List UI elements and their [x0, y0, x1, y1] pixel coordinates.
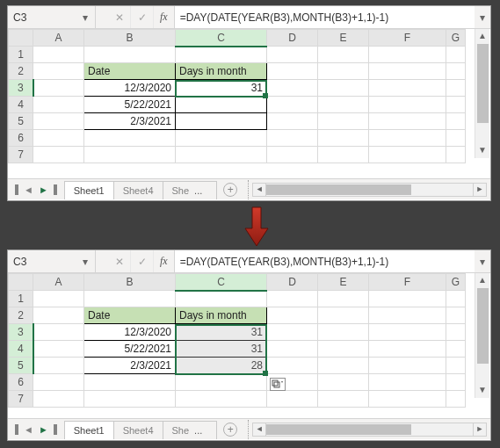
- sheet-tab[interactable]: Sheet4: [113, 421, 163, 439]
- cell[interactable]: Days in month: [176, 63, 267, 80]
- horizontal-scrollbar[interactable]: ◄ ►: [252, 183, 490, 197]
- cell-reference-input[interactable]: [8, 8, 76, 27]
- new-sheet-button[interactable]: +: [223, 423, 237, 437]
- sheet-tab-bar: ◄ ► Sheet1 Sheet4 She... + ◄ ►: [8, 418, 490, 439]
- excel-panel-after: ▾ ✕ ✓ fx ▾ A B C D E F G 1 2 Date Days i…: [7, 249, 491, 441]
- formula-bar: ▾ ✕ ✓ fx ▾: [8, 6, 490, 29]
- row-header[interactable]: 7: [9, 147, 33, 163]
- select-all-corner[interactable]: [9, 30, 33, 47]
- name-box[interactable]: ▾: [8, 250, 96, 272]
- scroll-down-icon[interactable]: ▼: [475, 143, 489, 158]
- row-header[interactable]: 4: [9, 97, 33, 113]
- col-header-c[interactable]: C: [176, 30, 267, 47]
- col-header-f[interactable]: F: [369, 30, 446, 47]
- cell[interactable]: Date: [84, 307, 176, 324]
- excel-panel-before: ▾ ✕ ✓ fx ▾ A B C D E F G 1 2 Date Days i…: [7, 5, 491, 201]
- row-header[interactable]: 2: [9, 307, 33, 324]
- col-header-g[interactable]: G: [446, 30, 466, 47]
- spreadsheet-grid[interactable]: A B C D E F G 1 2 Date Days in month 3 1…: [8, 273, 490, 418]
- name-box[interactable]: ▾: [8, 6, 96, 28]
- row-header[interactable]: 7: [9, 391, 33, 408]
- row-header[interactable]: 5: [9, 358, 33, 374]
- name-box-dropdown-icon[interactable]: ▾: [76, 6, 94, 29]
- cell[interactable]: 12/3/2020: [84, 324, 176, 341]
- cancel-formula-icon: ✕: [108, 6, 131, 28]
- col-header-f[interactable]: F: [369, 274, 446, 291]
- scroll-down-icon[interactable]: ▼: [475, 383, 489, 398]
- cell[interactable]: 5/22/2021: [84, 97, 176, 113]
- sheet-tab-bar: ◄ ► Sheet1 Sheet4 She... + ◄ ►: [8, 178, 490, 199]
- formula-bar-expand-icon[interactable]: ▾: [475, 250, 490, 272]
- cell[interactable]: 31: [176, 341, 267, 358]
- scroll-up-icon[interactable]: ▲: [475, 29, 489, 44]
- cell[interactable]: 31: [176, 324, 267, 341]
- cell[interactable]: Date: [84, 63, 176, 80]
- tab-nav-prev-icon[interactable]: ◄: [22, 184, 35, 195]
- scrollbar-thumb[interactable]: [477, 44, 489, 123]
- row-header[interactable]: 1: [9, 291, 33, 307]
- tab-nav-next-icon[interactable]: ►: [37, 184, 50, 195]
- tab-nav: ◄ ►: [8, 184, 64, 195]
- row-header[interactable]: 2: [9, 63, 33, 80]
- col-header-e[interactable]: E: [318, 30, 369, 47]
- col-header-b[interactable]: B: [84, 30, 176, 47]
- sheet-tab[interactable]: Sheet1: [64, 181, 114, 199]
- insert-function-icon[interactable]: fx: [154, 6, 175, 28]
- svg-rect-0: [272, 380, 278, 386]
- cell[interactable]: [176, 113, 267, 130]
- col-header-b[interactable]: B: [84, 274, 176, 291]
- scroll-left-icon[interactable]: ◄: [252, 183, 266, 197]
- scroll-up-icon[interactable]: ▲: [475, 273, 489, 288]
- sheet-tab[interactable]: Sheet4: [113, 181, 163, 199]
- formula-bar-expand-icon[interactable]: ▾: [475, 6, 490, 28]
- new-sheet-button[interactable]: +: [223, 183, 237, 197]
- enter-formula-icon: ✓: [131, 250, 154, 272]
- arrow-down-icon: [243, 206, 270, 248]
- cell[interactable]: 12/3/2020: [84, 80, 176, 97]
- scrollbar-thumb[interactable]: [477, 288, 489, 364]
- scroll-left-icon[interactable]: ◄: [252, 423, 266, 437]
- sheet-tab[interactable]: Sheet1: [64, 421, 114, 439]
- cell[interactable]: Days in month: [176, 307, 267, 324]
- row-header[interactable]: 3: [9, 80, 33, 97]
- scroll-right-icon[interactable]: ►: [473, 423, 487, 437]
- enter-formula-icon: ✓: [131, 6, 154, 28]
- col-header-a[interactable]: A: [33, 30, 84, 47]
- col-header-d[interactable]: D: [267, 274, 318, 291]
- cell[interactable]: 28: [176, 358, 267, 374]
- formula-bar: ▾ ✕ ✓ fx ▾: [8, 250, 490, 273]
- horizontal-scrollbar[interactable]: ◄ ►: [252, 423, 490, 437]
- cell[interactable]: [176, 97, 267, 113]
- row-header[interactable]: 3: [9, 324, 33, 341]
- row-header[interactable]: 1: [9, 47, 33, 63]
- cell[interactable]: 2/3/2021: [84, 113, 176, 130]
- vertical-scrollbar[interactable]: ▲ ▼: [475, 29, 489, 158]
- tab-nav: ◄ ►: [8, 424, 64, 435]
- autofill-options-icon[interactable]: [270, 378, 286, 391]
- col-header-a[interactable]: A: [33, 274, 84, 291]
- row-header[interactable]: 6: [9, 374, 33, 391]
- tab-nav-prev-icon[interactable]: ◄: [22, 424, 35, 435]
- scroll-right-icon[interactable]: ►: [473, 183, 487, 197]
- formula-input[interactable]: [175, 6, 475, 28]
- spreadsheet-grid[interactable]: A B C D E F G 1 2 Date Days in month 3 1…: [8, 29, 490, 178]
- col-header-e[interactable]: E: [318, 274, 369, 291]
- tab-nav-next-icon[interactable]: ►: [37, 424, 50, 435]
- col-header-c[interactable]: C: [176, 274, 267, 291]
- col-header-d[interactable]: D: [267, 30, 318, 47]
- cell[interactable]: 5/22/2021: [84, 341, 176, 358]
- cell[interactable]: 2/3/2021: [84, 358, 176, 374]
- sheet-tab[interactable]: She...: [163, 421, 218, 439]
- formula-input[interactable]: [175, 250, 475, 272]
- cell[interactable]: 31: [176, 80, 267, 97]
- col-header-g[interactable]: G: [446, 274, 466, 291]
- insert-function-icon[interactable]: fx: [154, 250, 175, 272]
- name-box-dropdown-icon[interactable]: ▾: [76, 250, 94, 273]
- row-header[interactable]: 6: [9, 130, 33, 147]
- select-all-corner[interactable]: [9, 274, 33, 291]
- row-header[interactable]: 5: [9, 113, 33, 130]
- cell-reference-input[interactable]: [8, 252, 76, 271]
- sheet-tab[interactable]: She...: [163, 181, 218, 199]
- vertical-scrollbar[interactable]: ▲ ▼: [475, 273, 489, 398]
- row-header[interactable]: 4: [9, 341, 33, 358]
